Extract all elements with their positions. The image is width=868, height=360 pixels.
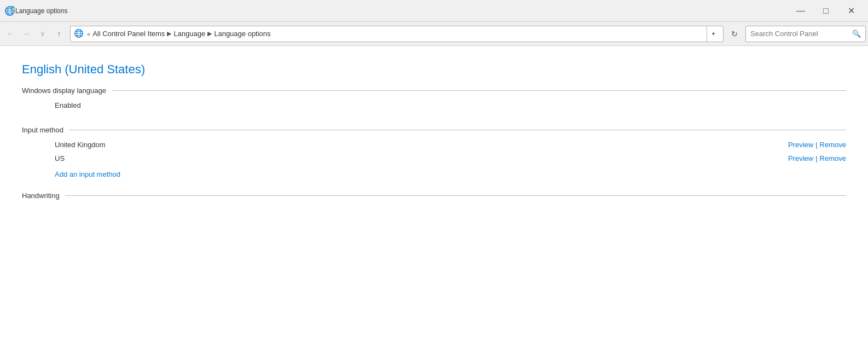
breadcrumb-sep-2: ▶ <box>207 30 212 37</box>
input-method-content: United Kingdom Preview | Remove US Previ… <box>55 141 846 178</box>
address-bar[interactable]: « All Control Panel Items ▶ Language ▶ L… <box>70 26 724 42</box>
main-content: English (United States) Windows display … <box>0 46 868 360</box>
window-controls: — □ ✕ <box>788 3 864 19</box>
search-icon[interactable]: 🔍 <box>852 30 861 38</box>
handwriting-divider <box>65 195 846 196</box>
forward-button[interactable]: → <box>19 26 34 42</box>
handwriting-label: Handwriting <box>22 191 60 200</box>
breadcrumb-item-2: Language <box>173 30 205 38</box>
separator-uk: | <box>815 141 817 149</box>
address-icon <box>74 28 85 39</box>
input-method-row: US Preview | Remove <box>55 154 846 162</box>
display-language-status: Enabled <box>55 101 846 109</box>
separator-us: | <box>815 154 817 162</box>
breadcrumb-item-3: Language options <box>214 30 270 38</box>
navigation-bar: ← → ∨ ↑ « All Control Panel Items ▶ Lang… <box>0 22 868 46</box>
input-method-actions-uk: Preview | Remove <box>788 141 846 149</box>
display-language-divider <box>112 90 846 91</box>
input-method-name-uk: United Kingdom <box>55 141 788 149</box>
window-title: Language options <box>15 7 788 15</box>
preview-link-us[interactable]: Preview <box>788 154 813 162</box>
remove-link-us[interactable]: Remove <box>820 154 846 162</box>
input-method-actions-us: Preview | Remove <box>788 154 846 162</box>
breadcrumb-chevrons: « <box>87 31 90 37</box>
preview-link-uk[interactable]: Preview <box>788 141 813 149</box>
input-method-row: United Kingdom Preview | Remove <box>55 141 846 149</box>
input-method-divider <box>69 130 846 130</box>
handwriting-section-header: Handwriting <box>22 191 846 200</box>
remove-link-uk[interactable]: Remove <box>820 141 846 149</box>
app-icon: ⭐ <box>4 5 15 16</box>
input-method-section-header: Input method <box>22 126 846 134</box>
back-button[interactable]: ← <box>2 26 18 42</box>
breadcrumb: « All Control Panel Items ▶ Language ▶ L… <box>87 30 707 38</box>
language-title: English (United States) <box>22 62 846 77</box>
up-button[interactable]: ↑ <box>51 26 67 42</box>
svg-text:⭐: ⭐ <box>11 7 15 11</box>
display-language-content: Enabled <box>55 101 846 109</box>
input-method-label: Input method <box>22 126 63 134</box>
title-bar: ⭐ Language options — □ ✕ <box>0 0 868 22</box>
breadcrumb-item-1: All Control Panel Items <box>92 30 165 38</box>
refresh-button[interactable]: ↻ <box>727 26 742 42</box>
maximize-button[interactable]: □ <box>813 3 838 19</box>
display-language-label: Windows display language <box>22 86 106 95</box>
close-button[interactable]: ✕ <box>838 3 864 19</box>
display-language-section-header: Windows display language <box>22 86 846 95</box>
search-box[interactable]: 🔍 <box>745 26 866 42</box>
breadcrumb-sep-1: ▶ <box>167 30 171 37</box>
dropdown-button[interactable]: ∨ <box>35 26 50 42</box>
address-dropdown-button[interactable]: ▾ <box>707 26 720 42</box>
minimize-button[interactable]: — <box>788 3 813 19</box>
add-input-method-link[interactable]: Add an input method <box>55 170 120 178</box>
search-input[interactable] <box>750 30 852 38</box>
input-method-name-us: US <box>55 154 788 162</box>
